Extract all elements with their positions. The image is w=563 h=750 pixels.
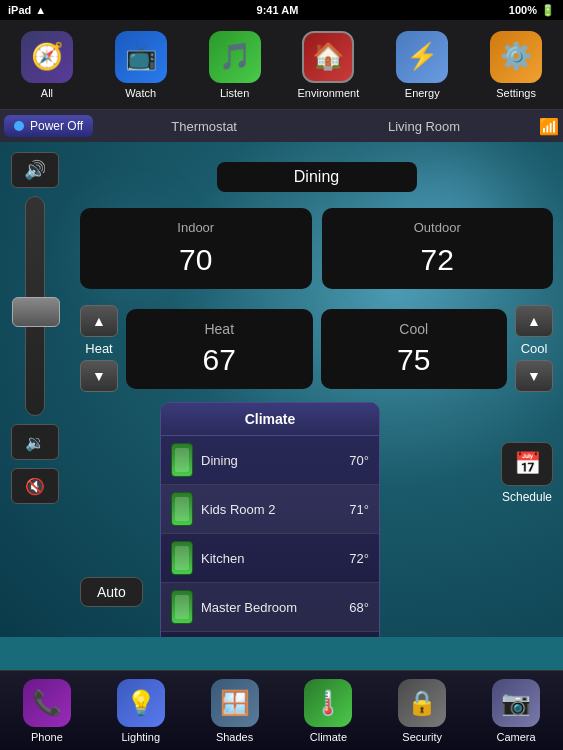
- bottom-label-shades: Shades: [216, 731, 253, 743]
- cool-box-label: Cool: [321, 321, 508, 337]
- nav-item-energy[interactable]: ⚡ Energy: [375, 31, 469, 99]
- auto-button[interactable]: Auto: [80, 577, 143, 607]
- nav-item-environment[interactable]: 🏠 Environment: [281, 31, 375, 99]
- tab-thermostat[interactable]: Thermostat: [95, 115, 313, 138]
- bottom-item-shades[interactable]: 🪟 Shades: [188, 679, 282, 743]
- cool-arrow-label: Cool: [521, 341, 548, 356]
- bottom-item-security[interactable]: 🔒 Security: [375, 679, 469, 743]
- power-label: Power Off: [30, 119, 83, 133]
- volume-thumb[interactable]: [12, 297, 60, 327]
- bottom-item-lighting[interactable]: 💡 Lighting: [94, 679, 188, 743]
- climate-row-masterbedroom[interactable]: Master Bedroom 68°: [161, 583, 379, 632]
- lighting-icon: 💡: [117, 679, 165, 727]
- environment-icon: 🏠: [302, 31, 354, 83]
- nav-item-listen[interactable]: 🎵 Listen: [188, 31, 282, 99]
- tab-living-room[interactable]: Living Room: [315, 115, 533, 138]
- climate-temp-dining: 70°: [349, 453, 369, 468]
- heat-box: Heat 67: [126, 309, 313, 389]
- heat-arrow-col: ▲ Heat ▼: [80, 305, 118, 392]
- bottom-label-security: Security: [402, 731, 442, 743]
- watch-icon: 📺: [115, 31, 167, 83]
- tab-bar: Power Off Thermostat Living Room 📶: [0, 110, 563, 142]
- cool-box: Cool 75: [321, 309, 508, 389]
- control-row: ▲ Heat ▼ Heat 67 Cool 75 ▲ Cool ▼: [80, 305, 553, 392]
- status-left: iPad ▲: [8, 4, 46, 16]
- climate-room-masterbedroom: Master Bedroom: [201, 600, 349, 615]
- climate-dropdown: Climate Dining 70° Kids Room 2 71° Kitch…: [160, 402, 380, 637]
- power-dot: [14, 121, 24, 131]
- climate-icon: 🌡️: [304, 679, 352, 727]
- climate-row-mediaroom[interactable]: Media Room 70°: [161, 632, 379, 637]
- security-icon: 🔒: [398, 679, 446, 727]
- nav-label-energy: Energy: [405, 87, 440, 99]
- heat-up-button[interactable]: ▲: [80, 305, 118, 337]
- bottom-label-phone: Phone: [31, 731, 63, 743]
- volume-slider-panel: 🔊 🔉 🔇: [0, 142, 70, 637]
- bottom-item-climate[interactable]: 🌡️ Climate: [281, 679, 375, 743]
- status-time: 9:41 AM: [257, 4, 299, 16]
- indoor-temp-value: 70: [80, 243, 312, 277]
- cool-down-button[interactable]: ▼: [515, 360, 553, 392]
- heat-arrow-label: Heat: [85, 341, 112, 356]
- nav-label-listen: Listen: [220, 87, 249, 99]
- thermometer-icon-kitchen: [171, 541, 193, 575]
- camera-icon: 📷: [492, 679, 540, 727]
- carrier-label: iPad: [8, 4, 31, 16]
- bottom-item-camera[interactable]: 📷 Camera: [469, 679, 563, 743]
- power-button[interactable]: Power Off: [4, 115, 93, 137]
- heat-box-label: Heat: [126, 321, 313, 337]
- phone-icon: 📞: [23, 679, 71, 727]
- living-room-tab-label: Living Room: [388, 119, 460, 134]
- nav-label-environment: Environment: [298, 87, 360, 99]
- nav-item-all[interactable]: 🧭 All: [0, 31, 94, 99]
- volume-down-button[interactable]: 🔉: [11, 424, 59, 460]
- schedule-button[interactable]: 📅 Schedule: [501, 442, 553, 504]
- climate-room-dining: Dining: [201, 453, 349, 468]
- battery-label: 100%: [509, 4, 537, 16]
- heat-box-value: 67: [126, 343, 313, 377]
- listen-icon: 🎵: [209, 31, 261, 83]
- thermometer-icon-masterbedroom: [171, 590, 193, 624]
- wifi-tab-icon: 📶: [539, 117, 559, 136]
- nav-label-settings: Settings: [496, 87, 536, 99]
- thermometer-icon-kidsroom2: [171, 492, 193, 526]
- shades-icon: 🪟: [211, 679, 259, 727]
- climate-row-kidsroom2[interactable]: Kids Room 2 71°: [161, 485, 379, 534]
- energy-icon: ⚡: [396, 31, 448, 83]
- climate-temp-kitchen: 72°: [349, 551, 369, 566]
- thermostat-panel: Dining Indoor 70 Outdoor 72 ▲ Heat ▼ Hea…: [80, 162, 553, 392]
- status-right: 100% 🔋: [509, 4, 555, 17]
- main-content: 🔊 🔉 🔇 Dining Indoor 70 Outdoor 72 ▲ Heat…: [0, 142, 563, 637]
- thermostat-tab-label: Thermostat: [171, 119, 237, 134]
- nav-item-settings[interactable]: ⚙️ Settings: [469, 31, 563, 99]
- cool-arrow-col: ▲ Cool ▼: [515, 305, 553, 392]
- outdoor-temp-box: Outdoor 72: [322, 208, 554, 289]
- schedule-icon: 📅: [501, 442, 553, 486]
- volume-up-button[interactable]: 🔊: [11, 152, 59, 188]
- mute-button[interactable]: 🔇: [11, 468, 59, 504]
- thermometer-icon-dining: [171, 443, 193, 477]
- climate-row-kitchen[interactable]: Kitchen 72°: [161, 534, 379, 583]
- status-bar: iPad ▲ 9:41 AM 100% 🔋: [0, 0, 563, 20]
- climate-room-kidsroom2: Kids Room 2: [201, 502, 349, 517]
- climate-room-kitchen: Kitchen: [201, 551, 349, 566]
- top-nav: 🧭 All 📺 Watch 🎵 Listen 🏠 Environment ⚡ E…: [0, 20, 563, 110]
- outdoor-temp-value: 72: [322, 243, 554, 277]
- nav-label-all: All: [41, 87, 53, 99]
- bottom-label-lighting: Lighting: [121, 731, 160, 743]
- nav-item-watch[interactable]: 📺 Watch: [94, 31, 188, 99]
- bottom-label-camera: Camera: [496, 731, 535, 743]
- volume-track[interactable]: [25, 196, 45, 416]
- temperature-row: Indoor 70 Outdoor 72: [80, 208, 553, 289]
- indoor-label: Indoor: [80, 220, 312, 235]
- heat-down-button[interactable]: ▼: [80, 360, 118, 392]
- bottom-item-phone[interactable]: 📞 Phone: [0, 679, 94, 743]
- battery-icon: 🔋: [541, 4, 555, 17]
- all-icon: 🧭: [21, 31, 73, 83]
- outdoor-label: Outdoor: [322, 220, 554, 235]
- settings-icon: ⚙️: [490, 31, 542, 83]
- cool-up-button[interactable]: ▲: [515, 305, 553, 337]
- climate-dropdown-title: Climate: [161, 403, 379, 436]
- climate-temp-kidsroom2: 71°: [349, 502, 369, 517]
- climate-row-dining[interactable]: Dining 70°: [161, 436, 379, 485]
